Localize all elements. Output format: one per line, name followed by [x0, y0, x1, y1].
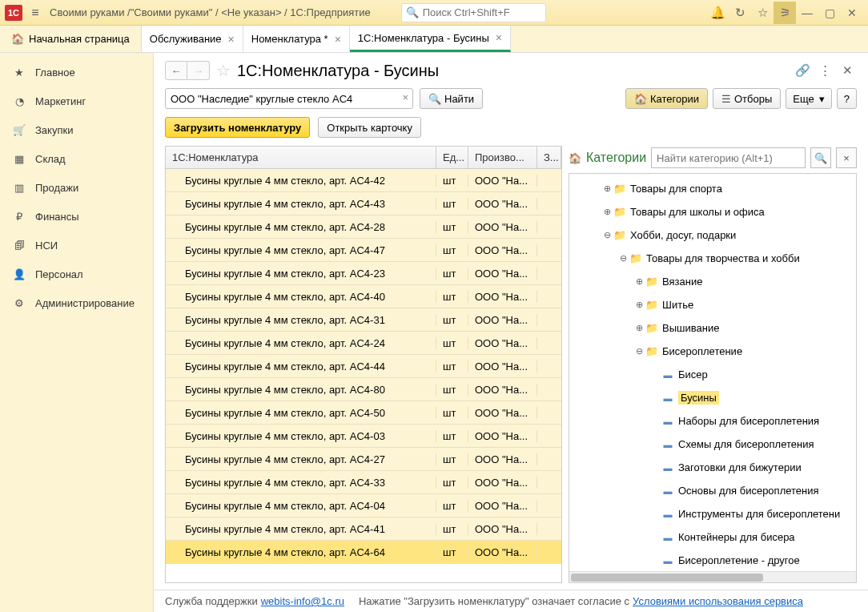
tree-node[interactable]: ▬Схемы для бисероплетения: [569, 433, 856, 456]
table-row[interactable]: Бусины круглые 4 мм стекло, арт. AC4-04ш…: [166, 494, 561, 517]
tree-node[interactable]: ▬Основы для бисероплетения: [569, 479, 856, 502]
table-row[interactable]: Бусины круглые 4 мм стекло, арт. AC4-47ш…: [166, 239, 561, 262]
tree-node[interactable]: ⊕📁Вышивание: [569, 316, 856, 340]
folder-icon: 📁: [613, 206, 627, 218]
expander-icon[interactable]: ⊕: [601, 183, 613, 194]
maximize-button[interactable]: ▢: [818, 2, 841, 24]
forward-button[interactable]: →: [187, 61, 210, 80]
sidebar-item[interactable]: 🛒Закупки: [0, 115, 153, 144]
th-name[interactable]: 1С:Номенклатура: [166, 147, 436, 168]
table-row[interactable]: Бусины круглые 4 мм стекло, арт. AC4-33ш…: [166, 471, 561, 494]
close-icon[interactable]: ×: [228, 33, 235, 46]
terms-link[interactable]: Условиями использования сервиса: [633, 595, 803, 607]
find-button[interactable]: 🔍 Найти: [420, 88, 483, 109]
expander-icon[interactable]: ⊖: [633, 346, 645, 356]
category-tree[interactable]: ⊕📁Товары для спорта⊕📁Товары для школы и …: [569, 174, 856, 571]
sidebar-item-label: Маркетинг: [35, 95, 86, 107]
table-row[interactable]: Бусины круглые 4 мм стекло, арт. AC4-50ш…: [166, 401, 561, 425]
tree-node[interactable]: ▬Контейнеры для бисера: [569, 525, 856, 549]
expander-icon[interactable]: ⊖: [617, 253, 629, 264]
table-body[interactable]: Бусины круглые 4 мм стекло, арт. AC4-42ш…: [166, 169, 561, 582]
page-close-icon[interactable]: ✕: [838, 63, 857, 78]
tree-node-label: Основы для бисероплетения: [678, 485, 819, 497]
tab[interactable]: Обслуживание×: [142, 26, 243, 52]
th-last[interactable]: З...: [537, 147, 561, 168]
expander-icon[interactable]: ⊕: [601, 207, 613, 217]
filters-toggle[interactable]: ☰ Отборы: [713, 88, 781, 109]
support-link[interactable]: webits-info@1c.ru: [261, 595, 344, 607]
table-row[interactable]: Бусины круглые 4 мм стекло, арт. AC4-28ш…: [166, 215, 561, 239]
link-icon[interactable]: 🔗: [793, 63, 812, 78]
tree-hscrollbar[interactable]: [569, 571, 856, 582]
table-row[interactable]: Бусины круглые 4 мм стекло, арт. AC4-23ш…: [166, 262, 561, 285]
table-row[interactable]: Бусины круглые 4 мм стекло, арт. AC4-43ш…: [166, 192, 561, 215]
table-row[interactable]: Бусины круглые 4 мм стекло, арт. AC4-44ш…: [166, 355, 561, 378]
tab[interactable]: Номенклатура *×: [243, 26, 350, 52]
tree-node[interactable]: ▬Заготовки для бижутерии: [569, 456, 856, 479]
category-search-button[interactable]: 🔍: [810, 147, 831, 168]
tab[interactable]: 1С:Номенклатура - Бусины×: [350, 26, 511, 52]
table-row[interactable]: Бусины круглые 4 мм стекло, арт. AC4-41ш…: [166, 517, 561, 541]
body: ★Главное◔Маркетинг🛒Закупки▦Склад▥Продажи…: [0, 53, 868, 612]
kebab-icon[interactable]: ⋮: [815, 63, 834, 78]
open-card-button[interactable]: Открыть карточку: [318, 117, 421, 138]
table-row[interactable]: Бусины круглые 4 мм стекло, арт. AC4-80ш…: [166, 378, 561, 401]
table-row[interactable]: Бусины круглые 4 мм стекло, арт. AC4-31ш…: [166, 308, 561, 332]
table-row[interactable]: Бусины круглые 4 мм стекло, арт. AC4-40ш…: [166, 285, 561, 308]
sidebar-item[interactable]: ▦Склад: [0, 144, 153, 173]
table-row[interactable]: Бусины круглые 4 мм стекло, арт. AC4-42ш…: [166, 169, 561, 192]
category-clear-button[interactable]: ×: [836, 147, 857, 168]
home-tab[interactable]: 🏠 Начальная страница: [0, 26, 142, 52]
star-icon[interactable]: ☆: [751, 2, 774, 24]
tree-node[interactable]: ⊕📁Шитье: [569, 293, 856, 316]
history-icon[interactable]: ↻: [729, 2, 751, 24]
table-row[interactable]: Бусины круглые 4 мм стекло, арт. AC4-03ш…: [166, 425, 561, 448]
back-button[interactable]: ←: [165, 61, 187, 80]
favorite-icon[interactable]: ☆: [216, 61, 231, 80]
th-producer[interactable]: Произво...: [468, 147, 537, 168]
expander-icon[interactable]: ⊕: [633, 300, 645, 310]
th-unit[interactable]: Ед...: [436, 147, 468, 168]
table-row[interactable]: Бусины круглые 4 мм стекло, арт. AC4-24ш…: [166, 332, 561, 355]
load-nomenclature-button[interactable]: Загрузить номенклатуру: [165, 117, 310, 138]
tree-node[interactable]: ⊕📁Товары для школы и офиса: [569, 200, 856, 223]
global-search-input[interactable]: [401, 3, 546, 22]
expander-icon[interactable]: ⊖: [601, 230, 613, 240]
sidebar-item[interactable]: 🗐НСИ: [0, 231, 153, 260]
help-button[interactable]: ?: [837, 88, 857, 109]
tree-node[interactable]: ▬Бусины: [569, 386, 856, 409]
tree-node[interactable]: ⊕📁Вязание: [569, 270, 856, 293]
close-button[interactable]: ✕: [841, 2, 863, 24]
sidebar-item[interactable]: ◔Маркетинг: [0, 87, 153, 115]
bell-icon[interactable]: 🔔: [706, 2, 729, 24]
category-search-input[interactable]: [651, 147, 806, 168]
sidebar-item[interactable]: ⚙Администрирование: [0, 288, 153, 317]
tree-node[interactable]: ▬Наборы для бисероплетения: [569, 409, 856, 433]
sidebar-item[interactable]: ₽Финансы: [0, 202, 153, 231]
tree-node[interactable]: ▬Инструменты для бисероплетени: [569, 502, 856, 525]
categories-toggle[interactable]: 🏠 Категории: [625, 88, 708, 109]
tree-node[interactable]: ⊖📁Бисероплетение: [569, 340, 856, 363]
table-row[interactable]: Бусины круглые 4 мм стекло, арт. AC4-27ш…: [166, 448, 561, 471]
tree-node[interactable]: ⊖📁Хобби, досуг, подарки: [569, 223, 856, 247]
tree-node[interactable]: ▬Бисер: [569, 363, 856, 386]
expander-icon[interactable]: ⊕: [633, 323, 645, 333]
minimize-button[interactable]: —: [796, 2, 818, 24]
sidebar-item[interactable]: 👤Персонал: [0, 260, 153, 288]
more-button[interactable]: Еще ▾: [786, 88, 831, 109]
hamburger-icon[interactable]: ≡: [27, 6, 43, 20]
filter-icon[interactable]: ⚞: [774, 2, 796, 24]
table-panel: 1С:Номенклатура Ед... Произво... З... Бу…: [165, 146, 562, 583]
expander-icon[interactable]: ⊕: [633, 276, 645, 287]
close-icon[interactable]: ×: [335, 33, 341, 46]
tree-node[interactable]: ▬Бисероплетение - другое: [569, 549, 856, 571]
clear-search-icon[interactable]: ×: [402, 91, 408, 103]
search-input[interactable]: [165, 88, 413, 109]
close-icon[interactable]: ×: [496, 31, 502, 44]
sidebar-item[interactable]: ▥Продажи: [0, 173, 153, 202]
tree-node[interactable]: ⊕📁Товары для спорта: [569, 177, 856, 200]
tree-node[interactable]: ⊖📁Товары для творчества и хобби: [569, 247, 856, 270]
item-icon: ▬: [661, 486, 675, 496]
sidebar-item[interactable]: ★Главное: [0, 58, 153, 87]
table-row[interactable]: Бусины круглые 4 мм стекло, арт. AC4-64ш…: [166, 541, 561, 564]
